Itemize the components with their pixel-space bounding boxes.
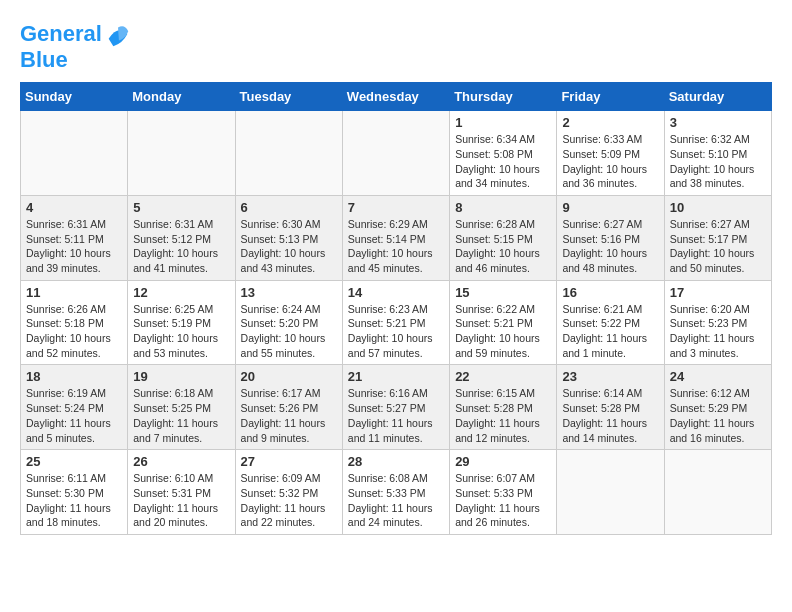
calendar-cell: 10Sunrise: 6:27 AMSunset: 5:17 PMDayligh… [664,195,771,280]
day-number: 9 [562,200,658,215]
week-row: 1Sunrise: 6:34 AMSunset: 5:08 PMDaylight… [21,111,772,196]
day-info: Sunrise: 6:16 AMSunset: 5:27 PMDaylight:… [348,386,444,445]
week-row: 25Sunrise: 6:11 AMSunset: 5:30 PMDayligh… [21,450,772,535]
day-number: 7 [348,200,444,215]
day-info: Sunrise: 6:34 AMSunset: 5:08 PMDaylight:… [455,132,551,191]
day-info: Sunrise: 6:20 AMSunset: 5:23 PMDaylight:… [670,302,766,361]
day-info: Sunrise: 6:10 AMSunset: 5:31 PMDaylight:… [133,471,229,530]
header-day: Sunday [21,83,128,111]
calendar-cell: 8Sunrise: 6:28 AMSunset: 5:15 PMDaylight… [450,195,557,280]
day-number: 8 [455,200,551,215]
day-info: Sunrise: 6:24 AMSunset: 5:20 PMDaylight:… [241,302,337,361]
calendar-cell: 20Sunrise: 6:17 AMSunset: 5:26 PMDayligh… [235,365,342,450]
page-header: General Blue [20,20,772,72]
day-info: Sunrise: 6:27 AMSunset: 5:16 PMDaylight:… [562,217,658,276]
day-number: 13 [241,285,337,300]
day-info: Sunrise: 6:07 AMSunset: 5:33 PMDaylight:… [455,471,551,530]
calendar-cell: 5Sunrise: 6:31 AMSunset: 5:12 PMDaylight… [128,195,235,280]
day-number: 26 [133,454,229,469]
calendar-cell: 17Sunrise: 6:20 AMSunset: 5:23 PMDayligh… [664,280,771,365]
calendar-cell: 23Sunrise: 6:14 AMSunset: 5:28 PMDayligh… [557,365,664,450]
day-number: 23 [562,369,658,384]
day-info: Sunrise: 6:17 AMSunset: 5:26 PMDaylight:… [241,386,337,445]
day-number: 19 [133,369,229,384]
calendar-cell: 16Sunrise: 6:21 AMSunset: 5:22 PMDayligh… [557,280,664,365]
day-info: Sunrise: 6:25 AMSunset: 5:19 PMDaylight:… [133,302,229,361]
day-number: 15 [455,285,551,300]
day-info: Sunrise: 6:21 AMSunset: 5:22 PMDaylight:… [562,302,658,361]
calendar-cell: 29Sunrise: 6:07 AMSunset: 5:33 PMDayligh… [450,450,557,535]
day-info: Sunrise: 6:32 AMSunset: 5:10 PMDaylight:… [670,132,766,191]
day-info: Sunrise: 6:31 AMSunset: 5:11 PMDaylight:… [26,217,122,276]
header-day: Saturday [664,83,771,111]
day-number: 11 [26,285,122,300]
calendar-cell: 21Sunrise: 6:16 AMSunset: 5:27 PMDayligh… [342,365,449,450]
header-day: Friday [557,83,664,111]
calendar-cell: 12Sunrise: 6:25 AMSunset: 5:19 PMDayligh… [128,280,235,365]
day-number: 6 [241,200,337,215]
header-row: SundayMondayTuesdayWednesdayThursdayFrid… [21,83,772,111]
day-info: Sunrise: 6:30 AMSunset: 5:13 PMDaylight:… [241,217,337,276]
calendar-cell [235,111,342,196]
day-info: Sunrise: 6:19 AMSunset: 5:24 PMDaylight:… [26,386,122,445]
calendar-cell: 22Sunrise: 6:15 AMSunset: 5:28 PMDayligh… [450,365,557,450]
calendar-cell: 1Sunrise: 6:34 AMSunset: 5:08 PMDaylight… [450,111,557,196]
calendar-cell [128,111,235,196]
calendar-cell: 14Sunrise: 6:23 AMSunset: 5:21 PMDayligh… [342,280,449,365]
day-info: Sunrise: 6:15 AMSunset: 5:28 PMDaylight:… [455,386,551,445]
day-info: Sunrise: 6:12 AMSunset: 5:29 PMDaylight:… [670,386,766,445]
day-info: Sunrise: 6:29 AMSunset: 5:14 PMDaylight:… [348,217,444,276]
day-number: 25 [26,454,122,469]
day-number: 10 [670,200,766,215]
calendar-cell: 13Sunrise: 6:24 AMSunset: 5:20 PMDayligh… [235,280,342,365]
day-number: 28 [348,454,444,469]
day-info: Sunrise: 6:08 AMSunset: 5:33 PMDaylight:… [348,471,444,530]
calendar-cell: 3Sunrise: 6:32 AMSunset: 5:10 PMDaylight… [664,111,771,196]
day-number: 4 [26,200,122,215]
calendar-cell: 25Sunrise: 6:11 AMSunset: 5:30 PMDayligh… [21,450,128,535]
day-number: 2 [562,115,658,130]
calendar-cell: 9Sunrise: 6:27 AMSunset: 5:16 PMDaylight… [557,195,664,280]
calendar-cell: 24Sunrise: 6:12 AMSunset: 5:29 PMDayligh… [664,365,771,450]
day-number: 22 [455,369,551,384]
day-info: Sunrise: 6:33 AMSunset: 5:09 PMDaylight:… [562,132,658,191]
week-row: 11Sunrise: 6:26 AMSunset: 5:18 PMDayligh… [21,280,772,365]
calendar-cell: 27Sunrise: 6:09 AMSunset: 5:32 PMDayligh… [235,450,342,535]
calendar-cell [21,111,128,196]
day-info: Sunrise: 6:28 AMSunset: 5:15 PMDaylight:… [455,217,551,276]
day-number: 3 [670,115,766,130]
calendar-table: SundayMondayTuesdayWednesdayThursdayFrid… [20,82,772,535]
day-info: Sunrise: 6:22 AMSunset: 5:21 PMDaylight:… [455,302,551,361]
calendar-cell: 4Sunrise: 6:31 AMSunset: 5:11 PMDaylight… [21,195,128,280]
day-info: Sunrise: 6:11 AMSunset: 5:30 PMDaylight:… [26,471,122,530]
day-info: Sunrise: 6:27 AMSunset: 5:17 PMDaylight:… [670,217,766,276]
day-number: 21 [348,369,444,384]
day-info: Sunrise: 6:26 AMSunset: 5:18 PMDaylight:… [26,302,122,361]
calendar-cell [557,450,664,535]
day-number: 24 [670,369,766,384]
header-day: Monday [128,83,235,111]
calendar-cell: 19Sunrise: 6:18 AMSunset: 5:25 PMDayligh… [128,365,235,450]
calendar-cell [342,111,449,196]
week-row: 4Sunrise: 6:31 AMSunset: 5:11 PMDaylight… [21,195,772,280]
day-info: Sunrise: 6:18 AMSunset: 5:25 PMDaylight:… [133,386,229,445]
day-info: Sunrise: 6:09 AMSunset: 5:32 PMDaylight:… [241,471,337,530]
day-info: Sunrise: 6:23 AMSunset: 5:21 PMDaylight:… [348,302,444,361]
header-day: Thursday [450,83,557,111]
day-number: 20 [241,369,337,384]
calendar-cell: 26Sunrise: 6:10 AMSunset: 5:31 PMDayligh… [128,450,235,535]
calendar-cell: 15Sunrise: 6:22 AMSunset: 5:21 PMDayligh… [450,280,557,365]
day-info: Sunrise: 6:14 AMSunset: 5:28 PMDaylight:… [562,386,658,445]
day-number: 1 [455,115,551,130]
calendar-cell: 18Sunrise: 6:19 AMSunset: 5:24 PMDayligh… [21,365,128,450]
calendar-cell [664,450,771,535]
logo: General Blue [20,20,132,72]
week-row: 18Sunrise: 6:19 AMSunset: 5:24 PMDayligh… [21,365,772,450]
logo-blue: Blue [20,48,132,72]
header-day: Wednesday [342,83,449,111]
calendar-cell: 28Sunrise: 6:08 AMSunset: 5:33 PMDayligh… [342,450,449,535]
day-number: 18 [26,369,122,384]
logo-text: General [20,22,102,46]
calendar-cell: 6Sunrise: 6:30 AMSunset: 5:13 PMDaylight… [235,195,342,280]
day-number: 17 [670,285,766,300]
